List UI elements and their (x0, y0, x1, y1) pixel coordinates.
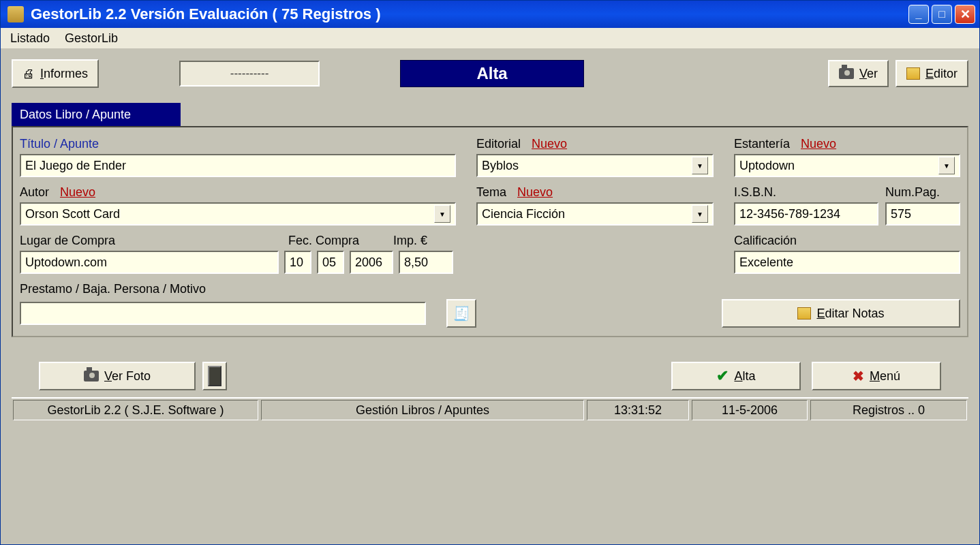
prestamo-input[interactable] (20, 302, 426, 325)
fec-mm-input[interactable] (317, 251, 344, 274)
estanteria-combo[interactable]: Uptodown▼ (734, 154, 960, 177)
mode-banner: Alta (400, 60, 584, 87)
lugar-input[interactable] (20, 251, 279, 274)
chevron-down-icon[interactable]: ▼ (938, 157, 955, 174)
label-editorial: EditorialNuevo (476, 137, 714, 151)
menu-button[interactable]: Menú (812, 362, 941, 390)
editor-icon (906, 67, 920, 80)
chevron-down-icon[interactable]: ▼ (692, 157, 708, 174)
editar-notas-button[interactable]: Editar Notas (722, 299, 960, 328)
bottom-buttons: Ver Foto Alta Menú (12, 362, 968, 397)
close-button[interactable]: ✕ (955, 5, 975, 24)
tab-datos-libro[interactable]: Datos Libro / Apunte (12, 103, 181, 126)
x-icon (853, 368, 864, 384)
check-icon (716, 367, 729, 385)
informes-button[interactable]: Informes (12, 59, 99, 88)
toolbar: Informes ---------- Alta Ver Editor (12, 55, 968, 92)
label-feccompra: Fec. Compra (288, 234, 384, 248)
fec-dd-input[interactable] (284, 251, 311, 274)
titlebar: GestorLib 2.2 Versión Evaluación ( 75 Re… (1, 1, 979, 28)
label-numpag: Num.Pag. (885, 185, 960, 200)
editor-icon (797, 307, 811, 320)
camera-icon (84, 371, 99, 382)
label-estanteria: EstanteríaNuevo (734, 137, 960, 151)
titulo-input[interactable] (20, 154, 456, 177)
label-lugar: Lugar de Compra (20, 234, 279, 248)
status-date: 11-5-2006 (692, 400, 808, 420)
workspace: Informes ---------- Alta Ver Editor Dato… (1, 48, 979, 544)
editorial-combo[interactable]: Byblos▼ (476, 154, 714, 177)
numpag-input[interactable] (885, 202, 960, 225)
alta-button[interactable]: Alta (671, 362, 801, 390)
calificacion-input[interactable] (734, 251, 960, 274)
window-controls: _ □ ✕ (908, 5, 975, 24)
ver-foto-button[interactable]: Ver Foto (39, 362, 196, 390)
minimize-button[interactable]: _ (908, 5, 929, 24)
foto-toggle-button[interactable] (202, 362, 227, 390)
statusbar: GestorLib 2.2 ( S.J.E. Software ) Gestió… (12, 397, 968, 422)
maximize-button[interactable]: □ (932, 5, 952, 24)
chevron-down-icon[interactable]: ▼ (692, 205, 708, 223)
menu-listado[interactable]: Listado (10, 31, 50, 46)
nuevo-editorial-link[interactable]: Nuevo (532, 137, 567, 151)
nuevo-tema-link[interactable]: Nuevo (517, 185, 553, 199)
label-prestamo: Prestamo / Baja. Persona / Motivo (20, 282, 456, 296)
status-center: Gestión Libros / Apuntes (261, 400, 584, 420)
status-time: 13:31:52 (587, 400, 689, 420)
prestamo-history-button[interactable] (446, 299, 476, 328)
ver-button[interactable]: Ver (828, 60, 889, 87)
menubar: Listado GestorLib (1, 28, 979, 48)
tema-combo[interactable]: Ciencia Ficción▼ (476, 202, 714, 225)
imp-input[interactable] (399, 251, 453, 274)
autor-combo[interactable]: Orson Scott Card▼ (20, 202, 456, 225)
editor-button[interactable]: Editor (895, 60, 968, 87)
window-title: GestorLib 2.2 Versión Evaluación ( 75 Re… (31, 5, 908, 23)
dash-indicator: ---------- (179, 61, 320, 87)
label-isbn: I.S.B.N. (734, 185, 878, 200)
nuevo-estanteria-link[interactable]: Nuevo (801, 137, 836, 151)
app-icon (7, 6, 24, 22)
app-window: GestorLib 2.2 Versión Evaluación ( 75 Re… (0, 0, 980, 545)
label-titulo: Título / Apunte (20, 137, 456, 151)
label-tema: TemaNuevo (476, 185, 714, 200)
form-panel: Título / Apunte EditorialNuevo Estanterí… (12, 126, 968, 337)
status-app: GestorLib 2.2 ( S.J.E. Software ) (13, 400, 258, 420)
chevron-down-icon[interactable]: ▼ (434, 205, 450, 223)
informes-label: nformes (44, 67, 88, 80)
printer-icon (22, 67, 35, 81)
fec-yyyy-input[interactable] (350, 251, 393, 274)
status-registros: Registros .. 0 (810, 400, 967, 420)
isbn-input[interactable] (734, 202, 878, 225)
label-calificacion: Calificación (734, 234, 960, 248)
scroll-icon (453, 305, 470, 322)
menu-gestorlib[interactable]: GestorLib (65, 31, 118, 46)
nuevo-autor-link[interactable]: Nuevo (60, 185, 95, 199)
label-autor: AutorNuevo (20, 185, 456, 200)
camera-icon (839, 68, 854, 79)
door-icon (208, 366, 221, 386)
label-imp: Imp. € (393, 234, 448, 248)
